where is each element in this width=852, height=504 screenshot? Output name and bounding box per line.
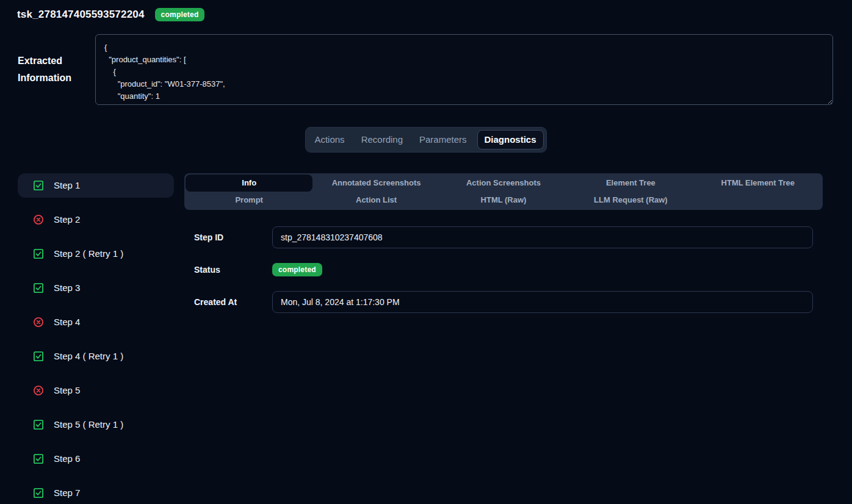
tab-info[interactable]: Info [186,175,312,192]
field-created-at: Created At [194,291,813,313]
step-label: Step 7 [54,488,80,498]
page-title: tsk_278147405593572204 [17,9,145,21]
step-label: Step 5 [54,385,80,395]
step-status-badge: completed [272,263,322,276]
step-item[interactable]: Step 4 ( Retry 1 ) [18,344,174,369]
step-label: Step 5 ( Retry 1 ) [54,419,123,430]
step-id-label: Step ID [194,232,272,242]
info-fields: Step ID Status completed Created At [194,226,813,313]
step-item[interactable]: Step 1 [18,173,174,198]
step-item[interactable]: Step 3 [18,276,174,300]
created-at-label: Created At [194,297,272,307]
check-square-icon [32,350,45,362]
tab-action-screenshots[interactable]: Action Screenshots [440,175,567,192]
step-item[interactable]: Step 4 [18,310,174,334]
tab-html-element-tree[interactable]: HTML Element Tree [695,175,821,192]
tab-parameters[interactable]: Parameters [413,130,473,149]
tab-prompt[interactable]: Prompt [186,192,312,209]
step-item[interactable]: Step 2 [18,207,174,232]
check-square-icon [32,282,45,294]
created-at-input[interactable] [272,291,813,313]
tab-element-tree[interactable]: Element Tree [567,175,694,192]
tab-annotated-screenshots[interactable]: Annotated Screenshots [312,175,439,192]
check-square-icon [32,453,45,465]
tab-action-list[interactable]: Action List [312,192,439,209]
extracted-information-textarea[interactable]: { "product_quantities": [ { "product_id"… [95,34,833,105]
tab-actions[interactable]: Actions [308,130,350,149]
diagnostics-panel: Info Annotated Screenshots Action Screen… [184,173,823,313]
step-label: Step 4 [54,317,80,327]
task-header: tsk_278147405593572204 completed [0,0,852,21]
step-item[interactable]: Step 6 [18,447,174,471]
x-circle-icon [32,384,45,397]
field-status: Status completed [194,259,813,281]
step-label: Step 4 ( Retry 1 ) [54,351,123,361]
main-tab-bar: Actions Recording Parameters Diagnostics [305,127,546,153]
step-item[interactable]: Step 7 [18,481,174,504]
step-label: Step 2 [54,214,80,225]
tab-recording[interactable]: Recording [355,130,409,149]
step-id-input[interactable] [272,226,813,248]
step-item[interactable]: Step 5 ( Retry 1 ) [18,412,174,437]
step-item[interactable]: Step 5 [18,378,174,403]
check-square-icon [32,487,45,499]
step-list: Step 1 Step 2 Step 2 ( Retry 1 ) Step 3 [18,173,174,504]
check-square-icon [32,179,45,192]
step-label: Step 6 [54,453,80,464]
task-status-badge: completed [155,8,205,21]
x-circle-icon [32,214,45,226]
x-circle-icon [32,316,45,328]
extracted-information-section: Extracted Information { "product_quantit… [18,34,833,105]
tab-diagnostics[interactable]: Diagnostics [477,130,544,149]
step-item[interactable]: Step 2 ( Retry 1 ) [18,242,174,266]
diagnostics-tab-bar: Info Annotated Screenshots Action Screen… [184,173,823,210]
step-label: Step 3 [54,283,80,293]
check-square-icon [32,248,45,260]
field-step-id: Step ID [194,226,813,248]
tab-html-raw[interactable]: HTML (Raw) [440,192,567,209]
tab-empty-cell [695,192,821,209]
extracted-information-label: Extracted Information [18,52,95,87]
check-square-icon [32,419,45,431]
step-label: Step 1 [54,180,80,190]
tab-llm-request-raw[interactable]: LLM Request (Raw) [567,192,694,209]
step-label: Step 2 ( Retry 1 ) [54,248,123,259]
status-label: Status [194,265,272,275]
